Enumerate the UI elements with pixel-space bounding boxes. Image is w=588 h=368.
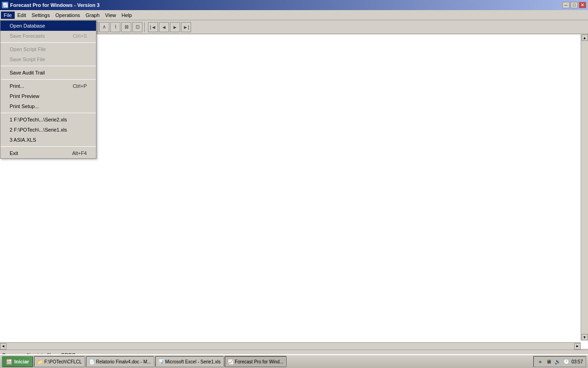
- tray-icon-clock[interactable]: 🕐: [563, 358, 570, 365]
- windows-logo-icon: 🪟: [6, 359, 12, 365]
- menu-print-setup[interactable]: Print Setup...: [0, 101, 96, 111]
- recent-2-label: 2 F:\POTech\...\Serie1.xls: [10, 127, 87, 132]
- toolbar-peak[interactable]: ∧: [99, 22, 109, 32]
- menu-file[interactable]: File: [1, 12, 15, 19]
- menu-recent-2[interactable]: 2 F:\POTech\...\Serie1.xls: [0, 125, 96, 135]
- exit-label: Exit: [10, 150, 72, 156]
- menu-open-database[interactable]: Open Database: [0, 21, 96, 31]
- excel-label: Microsoft Excel - Serie1.xls: [165, 359, 221, 364]
- save-forecasts-label: Save Forecasts: [10, 33, 73, 39]
- menu-save-audit[interactable]: Save Audit Trail: [0, 68, 96, 78]
- menu-sep-3: [0, 79, 96, 80]
- save-script-label: Save Script File: [10, 57, 87, 62]
- start-button[interactable]: 🪟 Iniciar: [2, 356, 33, 367]
- window-controls: ─ □ ✕: [562, 2, 586, 8]
- system-tray: « 🖥 🔊 🕐 03:57: [533, 356, 586, 367]
- menu-recent-3[interactable]: 3 ASIA.XLS: [0, 135, 96, 145]
- menu-operations[interactable]: Operations: [52, 12, 83, 19]
- recent-1-label: 1 F:\POTech\...\Serie2.xls: [10, 117, 87, 122]
- restore-button[interactable]: □: [571, 2, 578, 8]
- title-bar: 📈 Forecast Pro for Windows - Version 3 ─…: [0, 0, 588, 10]
- menu-settings[interactable]: Settings: [29, 12, 53, 19]
- excel-icon: 📊: [158, 359, 164, 364]
- menu-recent-1[interactable]: 1 F:\POTech\...\Serie2.xls: [0, 115, 96, 125]
- toolbar-trend[interactable]: ⌇: [110, 22, 120, 32]
- recent-3-label: 3 ASIA.XLS: [10, 137, 87, 143]
- menu-print[interactable]: Print... Ctrl+P: [0, 81, 96, 91]
- taskbar-btn-word[interactable]: 📄 Relatorio Finalv4.doc - M...: [86, 356, 154, 367]
- open-database-label: Open Database: [10, 23, 87, 29]
- scroll-track-horizontal[interactable]: [6, 343, 574, 350]
- menu-sep-2: [0, 66, 96, 66]
- menu-graph[interactable]: Graph: [83, 12, 102, 19]
- tray-icon-network[interactable]: 🖥: [545, 358, 553, 365]
- toolbar-cross[interactable]: ⊠: [121, 22, 131, 32]
- taskbar-btn-explorer[interactable]: 📁 F:\POTech\CFLCL: [34, 356, 85, 367]
- menu-edit[interactable]: Edit: [15, 12, 29, 19]
- forecast-icon: 📈: [228, 359, 233, 364]
- menu-sep-5: [0, 146, 96, 147]
- taskbar-btn-excel[interactable]: 📊 Microsoft Excel - Serie1.xls: [155, 356, 224, 367]
- tray-icon-1[interactable]: «: [537, 358, 544, 365]
- minimize-button[interactable]: ─: [562, 2, 570, 8]
- toolbar-sep-3: [144, 22, 146, 32]
- menu-sep-1: [0, 42, 96, 43]
- print-shortcut: Ctrl+P: [73, 83, 87, 89]
- print-label: Print...: [10, 83, 73, 89]
- toolbar-next[interactable]: ►: [170, 22, 180, 32]
- scroll-right-arrow[interactable]: ►: [574, 343, 581, 350]
- menu-open-script[interactable]: Open Script File: [0, 44, 96, 54]
- menu-save-forecasts[interactable]: Save Forecasts Ctrl+S: [0, 31, 96, 41]
- start-label: Iniciar: [14, 359, 29, 364]
- word-label: Relatorio Finalv4.doc - M...: [96, 359, 151, 364]
- menu-sep-4: [0, 113, 96, 113]
- close-button[interactable]: ✕: [579, 2, 586, 8]
- menu-print-preview[interactable]: Print Preview: [0, 91, 96, 101]
- scroll-left-arrow[interactable]: ◄: [0, 343, 6, 350]
- scrollbar-horizontal[interactable]: ◄ ►: [0, 342, 581, 350]
- word-icon: 📄: [89, 359, 95, 364]
- toolbar-first[interactable]: |◄: [148, 22, 158, 32]
- explorer-label: F:\POTech\CFLCL: [44, 359, 82, 364]
- toolbar-last[interactable]: ►|: [181, 22, 191, 32]
- tray-icon-volume[interactable]: 🔊: [554, 358, 561, 365]
- scrollbar-vertical[interactable]: ▲ ▼: [581, 34, 588, 340]
- save-audit-label: Save Audit Trail: [10, 70, 87, 75]
- menu-help[interactable]: Help: [119, 12, 135, 19]
- file-dropdown-menu: Open Database Save Forecasts Ctrl+S Open…: [0, 20, 96, 159]
- exit-shortcut: Alt+F4: [72, 150, 87, 156]
- clock: 03:57: [571, 359, 583, 364]
- scroll-track-vertical[interactable]: [581, 41, 588, 334]
- scroll-down-arrow[interactable]: ▼: [582, 334, 588, 340]
- menu-exit[interactable]: Exit Alt+F4: [0, 148, 96, 158]
- title-bar-left: 📈 Forecast Pro for Windows - Version 3: [2, 2, 100, 8]
- scroll-up-arrow[interactable]: ▲: [582, 34, 588, 41]
- window-title: Forecast Pro for Windows - Version 3: [10, 2, 100, 8]
- menu-view[interactable]: View: [102, 12, 119, 19]
- menu-bar: File Edit Settings Operations Graph View…: [0, 10, 588, 20]
- save-forecasts-shortcut: Ctrl+S: [73, 33, 87, 39]
- taskbar: 🪟 Iniciar 📁 F:\POTech\CFLCL 📄 Relatorio …: [0, 354, 588, 368]
- app-icon: 📈: [2, 2, 8, 8]
- toolbar-prev[interactable]: ◄: [159, 22, 169, 32]
- print-preview-label: Print Preview: [10, 93, 87, 99]
- explorer-icon: 📁: [37, 359, 43, 364]
- toolbar-box[interactable]: ⊡: [132, 22, 142, 32]
- menu-save-script[interactable]: Save Script File: [0, 54, 96, 64]
- forecast-label: Forecast Pro for Wind...: [235, 359, 283, 364]
- taskbar-btn-forecast[interactable]: 📈 Forecast Pro for Wind...: [225, 356, 287, 367]
- open-script-label: Open Script File: [10, 46, 87, 52]
- print-setup-label: Print Setup...: [10, 104, 87, 109]
